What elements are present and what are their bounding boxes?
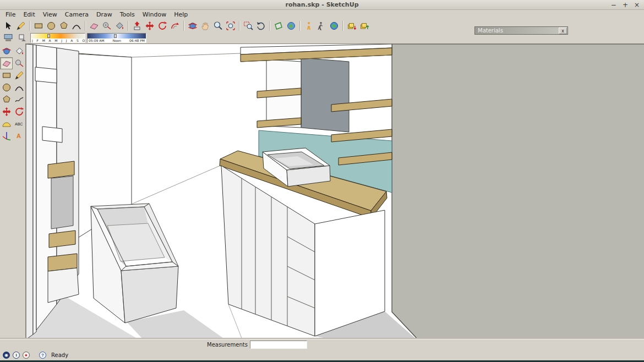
walk-tool-button[interactable]: [315, 20, 328, 32]
offset-tool-button[interactable]: [168, 20, 181, 32]
line-tool-button[interactable]: [14, 20, 27, 32]
materials-dialog-title[interactable]: Materials: [475, 27, 559, 34]
move-tool-button[interactable]: [143, 20, 156, 32]
menu-tools[interactable]: Tools: [116, 10, 139, 19]
sketchup-window: { "window": { "title": "rohan.skp - Sket…: [0, 0, 644, 362]
menu-file[interactable]: File: [2, 10, 19, 19]
palette-protractor-button[interactable]: [0, 118, 13, 130]
geolocation-status-icon[interactable]: ◉: [3, 352, 10, 359]
minimize-button[interactable]: −: [611, 0, 616, 10]
move-icon: [2, 107, 12, 117]
palette-paint-bucket-button[interactable]: [13, 45, 25, 57]
menu-camera[interactable]: Camera: [61, 10, 92, 19]
palette-rectangle-button[interactable]: [0, 69, 13, 81]
date-slider-track[interactable]: [31, 34, 85, 39]
palette-axes-button[interactable]: [0, 130, 13, 142]
push-pull-icon: [132, 21, 142, 31]
protractor-icon: [2, 119, 12, 129]
drawing-area[interactable]: [25, 43, 644, 339]
model-viewport[interactable]: [26, 44, 644, 339]
pan-tool-button[interactable]: [199, 20, 211, 32]
pan-hand-icon: [200, 21, 210, 31]
freehand-icon: [14, 95, 24, 105]
zoom-extents-icon: [226, 21, 236, 31]
zoom-extents-tool-button[interactable]: [224, 20, 237, 32]
title-bar[interactable]: rohan.skp - SketchUp − + ×: [0, 0, 644, 10]
paint-bucket-tool-button[interactable]: [113, 20, 125, 32]
shadow-toggle-button[interactable]: [16, 33, 29, 43]
position-camera-tool-button[interactable]: [302, 20, 315, 32]
section-plane-tool-button[interactable]: [272, 20, 285, 32]
menu-draw[interactable]: Draw: [92, 10, 116, 19]
shadow-toggle-icon: [18, 34, 28, 42]
help-icon[interactable]: ?: [39, 352, 46, 359]
circle-icon: [46, 21, 56, 31]
maximize-button[interactable]: +: [623, 0, 628, 10]
palette-polygon-button[interactable]: [0, 94, 13, 106]
eraser-icon: [2, 58, 12, 68]
orbit-tool-button[interactable]: [186, 20, 199, 32]
measurements-input[interactable]: [250, 341, 307, 349]
paint-bucket-icon: [14, 46, 24, 56]
tape-measure-icon: [102, 21, 112, 31]
shadow-time-slider[interactable]: 05:09 AM Noon 06:48 PM: [87, 33, 146, 43]
arc-icon: [14, 83, 24, 92]
toolbar-separator: [342, 21, 343, 31]
time-slider-track[interactable]: [88, 34, 146, 39]
toolbar-separator: [269, 21, 270, 31]
zoom-tool-button[interactable]: [211, 20, 224, 32]
palette-text-button[interactable]: ABC: [13, 118, 25, 130]
palette-select-button[interactable]: [0, 45, 13, 57]
previous-view-button[interactable]: [254, 20, 267, 32]
share-models-button[interactable]: [358, 20, 370, 32]
menu-view[interactable]: View: [39, 10, 61, 19]
polygon-tool-button[interactable]: [57, 20, 70, 32]
palette-rotate-button[interactable]: [13, 106, 25, 118]
toolbar-separator: [128, 21, 128, 31]
date-slider-thumb[interactable]: [47, 34, 50, 38]
palette-tape-measure-button[interactable]: [13, 57, 25, 69]
palette-freehand-button[interactable]: [13, 94, 25, 106]
arc-tool-button[interactable]: [70, 20, 83, 32]
palette-eraser-button[interactable]: [0, 57, 13, 69]
materials-close-button[interactable]: x: [559, 28, 567, 34]
month-scale-labels: J F M A M J J A S O N D: [32, 39, 84, 42]
status-bar: ◉ i ● ? Ready: [0, 350, 644, 360]
add-location-button[interactable]: [285, 20, 297, 32]
push-pull-tool-button[interactable]: [130, 20, 143, 32]
left-tool-palette: ABC A: [0, 43, 25, 339]
circle-tool-button[interactable]: [45, 20, 57, 32]
svg-text:ABC: ABC: [15, 122, 23, 126]
palette-line-button[interactable]: [13, 69, 25, 81]
zoom-window-tool-button[interactable]: [242, 20, 254, 32]
shadow-date-slider[interactable]: J F M A M J J A S O N D: [30, 33, 85, 43]
claim-status-icon[interactable]: ●: [23, 352, 30, 359]
credits-status-icon[interactable]: i: [13, 352, 20, 359]
palette-move-button[interactable]: [0, 106, 13, 118]
menu-help[interactable]: Help: [170, 10, 192, 19]
select-tool-button[interactable]: [2, 20, 14, 32]
materials-dialog[interactable]: Materials x: [474, 26, 568, 35]
preview-google-earth-button[interactable]: [328, 20, 340, 32]
rotate-icon: [14, 107, 24, 117]
shadow-settings-button[interactable]: [2, 33, 14, 43]
menu-edit[interactable]: Edit: [19, 10, 39, 19]
palette-arc-button[interactable]: [13, 81, 25, 94]
palette-circle-button[interactable]: [0, 81, 13, 94]
get-models-button[interactable]: [345, 20, 358, 32]
svg-text:A: A: [17, 133, 21, 139]
tall-shelf-unit: [26, 44, 79, 339]
eraser-tool-button[interactable]: [88, 20, 100, 32]
time-slider-thumb[interactable]: [114, 34, 117, 38]
rectangle-tool-button[interactable]: [32, 20, 45, 32]
close-button[interactable]: ×: [634, 0, 640, 10]
palette-3d-text-button[interactable]: A: [13, 130, 25, 142]
menu-bar: File Edit View Camera Draw Tools Window …: [0, 10, 644, 19]
menu-window[interactable]: Window: [139, 10, 170, 19]
window-title: rohan.skp - SketchUp: [285, 1, 358, 8]
previous-view-icon: [256, 21, 266, 31]
rotate-tool-button[interactable]: [156, 20, 168, 32]
tape-measure-tool-button[interactable]: [100, 20, 113, 32]
section-plane-icon: [274, 21, 283, 31]
toolbar-separator: [85, 21, 85, 31]
